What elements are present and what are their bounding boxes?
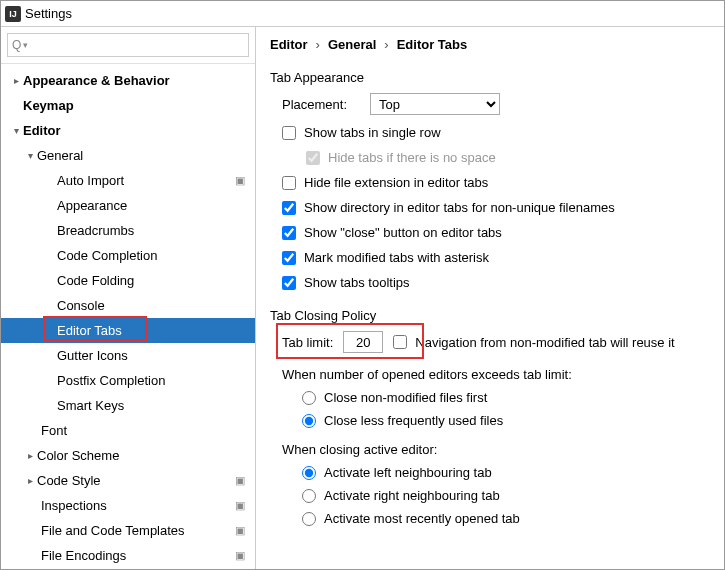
- tab-limit-label: Tab limit:: [282, 335, 333, 350]
- checkbox-hide-ext[interactable]: Hide file extension in editor tabs: [282, 175, 710, 190]
- tree-label: Font: [41, 423, 255, 438]
- search-icon: Q: [12, 38, 21, 52]
- tree-label: Editor Tabs: [57, 323, 255, 338]
- settings-sidebar: Q ▾ ▸ Appearance & Behavior Keymap ▾ Edi…: [1, 27, 256, 569]
- radio-close-nonmod[interactable]: Close non-modified files first: [282, 390, 710, 405]
- breadcrumb: Editor › General › Editor Tabs: [270, 37, 710, 52]
- tree-label: File Encodings: [41, 548, 233, 563]
- radio[interactable]: [302, 512, 316, 526]
- radio[interactable]: [302, 391, 316, 405]
- tree-label: General: [37, 148, 255, 163]
- tree-label: Gutter Icons: [57, 348, 255, 363]
- tree-label: Postfix Completion: [57, 373, 255, 388]
- checkbox-label: Show tabs in single row: [304, 125, 441, 140]
- radio-activate-left[interactable]: Activate left neighbouring tab: [282, 465, 710, 480]
- tree-item-file-encodings[interactable]: File Encodings ▣: [1, 543, 255, 568]
- checkbox-show-close[interactable]: Show "close" button on editor tabs: [282, 225, 710, 240]
- tree-label: Code Folding: [57, 273, 255, 288]
- tree-item-font[interactable]: Font: [1, 418, 255, 443]
- radio[interactable]: [302, 466, 316, 480]
- breadcrumb-part[interactable]: General: [328, 37, 376, 52]
- tree-item-appearance[interactable]: Appearance: [1, 193, 255, 218]
- radio-activate-right[interactable]: Activate right neighbouring tab: [282, 488, 710, 503]
- scope-icon: ▣: [233, 524, 247, 538]
- tree-item-auto-import[interactable]: Auto Import ▣: [1, 168, 255, 193]
- checkbox[interactable]: [282, 201, 296, 215]
- scope-icon: ▣: [233, 474, 247, 488]
- chevron-right-icon: ▸: [9, 75, 23, 86]
- tree-item-inspections[interactable]: Inspections ▣: [1, 493, 255, 518]
- tree-item-code-completion[interactable]: Code Completion: [1, 243, 255, 268]
- tree-label: File and Code Templates: [41, 523, 233, 538]
- search-box[interactable]: Q ▾: [7, 33, 249, 57]
- chevron-down-icon: ▾: [9, 125, 23, 136]
- checkbox[interactable]: [282, 176, 296, 190]
- tree-item-postfix-completion[interactable]: Postfix Completion: [1, 368, 255, 393]
- tree-item-gutter-icons[interactable]: Gutter Icons: [1, 343, 255, 368]
- placement-select[interactable]: Top: [370, 93, 500, 115]
- radio-label: Activate most recently opened tab: [324, 511, 520, 526]
- settings-tree: ▸ Appearance & Behavior Keymap ▾ Editor …: [1, 64, 255, 569]
- tree-item-keymap[interactable]: Keymap: [1, 93, 255, 118]
- checkbox-label: Hide file extension in editor tabs: [304, 175, 488, 190]
- checkbox[interactable]: [282, 251, 296, 265]
- tree-label: Breadcrumbs: [57, 223, 255, 238]
- section-title: Tab Closing Policy: [270, 308, 710, 323]
- tree-label: Console: [57, 298, 255, 313]
- radio[interactable]: [302, 414, 316, 428]
- app-icon: IJ: [5, 6, 21, 22]
- radio-activate-recent[interactable]: Activate most recently opened tab: [282, 511, 710, 526]
- tree-item-console[interactable]: Console: [1, 293, 255, 318]
- tree-item-smart-keys[interactable]: Smart Keys: [1, 393, 255, 418]
- scope-icon: ▣: [233, 549, 247, 563]
- tree-label: Color Scheme: [37, 448, 255, 463]
- radio-label: Activate right neighbouring tab: [324, 488, 500, 503]
- radio-label: Close non-modified files first: [324, 390, 487, 405]
- search-row: Q ▾: [1, 27, 255, 64]
- breadcrumb-part[interactable]: Editor: [270, 37, 308, 52]
- checkbox-show-single-row[interactable]: Show tabs in single row: [282, 125, 710, 140]
- tree-item-editor-tabs[interactable]: Editor Tabs: [1, 318, 255, 343]
- section-body: Tab limit: Navigation from non-modified …: [270, 331, 710, 526]
- checkbox-label: Hide tabs if there is no space: [328, 150, 496, 165]
- checkbox-label: Show tabs tooltips: [304, 275, 410, 290]
- content: Q ▾ ▸ Appearance & Behavior Keymap ▾ Edi…: [1, 27, 724, 569]
- tree-item-file-code-templates[interactable]: File and Code Templates ▣: [1, 518, 255, 543]
- tab-limit-row: Tab limit: Navigation from non-modified …: [282, 331, 710, 353]
- closing-label: When closing active editor:: [282, 442, 710, 457]
- tab-limit-input[interactable]: [343, 331, 383, 353]
- radio-close-lfu[interactable]: Close less frequently used files: [282, 413, 710, 428]
- tree-label: Auto Import: [57, 173, 233, 188]
- tree-item-code-folding[interactable]: Code Folding: [1, 268, 255, 293]
- radio[interactable]: [302, 489, 316, 503]
- checkbox-nav-reuse[interactable]: Navigation from non-modified tab will re…: [393, 335, 674, 350]
- checkbox[interactable]: [393, 335, 407, 349]
- placement-label: Placement:: [282, 97, 360, 112]
- tree-item-breadcrumbs[interactable]: Breadcrumbs: [1, 218, 255, 243]
- checkbox[interactable]: [282, 226, 296, 240]
- checkbox-label: Navigation from non-modified tab will re…: [415, 335, 674, 350]
- checkbox-show-dir[interactable]: Show directory in editor tabs for non-un…: [282, 200, 710, 215]
- search-input[interactable]: [28, 38, 244, 52]
- checkbox-hide-no-space: Hide tabs if there is no space: [282, 150, 710, 165]
- checkbox[interactable]: [282, 126, 296, 140]
- breadcrumb-part: Editor Tabs: [397, 37, 468, 52]
- chevron-right-icon: ▸: [23, 475, 37, 486]
- tree-label: Editor: [23, 123, 255, 138]
- tree-item-appearance-behavior[interactable]: ▸ Appearance & Behavior: [1, 68, 255, 93]
- radio-label: Activate left neighbouring tab: [324, 465, 492, 480]
- checkbox[interactable]: [282, 276, 296, 290]
- tree-item-editor[interactable]: ▾ Editor: [1, 118, 255, 143]
- checkbox-label: Show directory in editor tabs for non-un…: [304, 200, 615, 215]
- tree-item-code-style[interactable]: ▸ Code Style ▣: [1, 468, 255, 493]
- tree-label: Appearance: [57, 198, 255, 213]
- checkbox-mark-modified[interactable]: Mark modified tabs with asterisk: [282, 250, 710, 265]
- section-body: Placement: Top Show tabs in single row H…: [270, 93, 710, 290]
- checkbox: [306, 151, 320, 165]
- checkbox-show-tooltips[interactable]: Show tabs tooltips: [282, 275, 710, 290]
- section-tab-closing: Tab Closing Policy Tab limit: Navigation…: [270, 308, 710, 526]
- chevron-right-icon: ▸: [23, 450, 37, 461]
- tree-item-general[interactable]: ▾ General: [1, 143, 255, 168]
- tree-label: Code Completion: [57, 248, 255, 263]
- tree-item-color-scheme[interactable]: ▸ Color Scheme: [1, 443, 255, 468]
